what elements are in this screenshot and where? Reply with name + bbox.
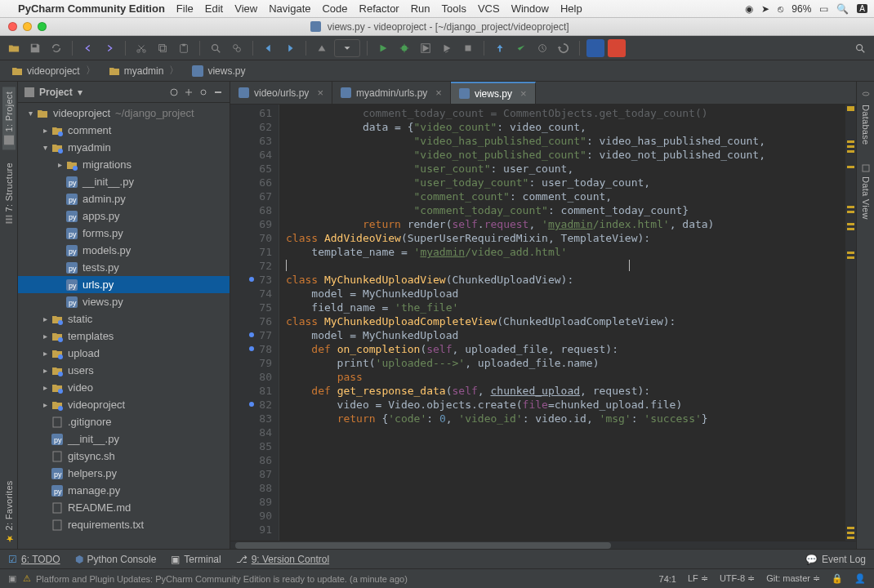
github-icon[interactable]: [586, 39, 604, 57]
debug-icon[interactable]: [395, 39, 413, 57]
menu-run[interactable]: Run: [411, 2, 430, 15]
wifi-icon[interactable]: ⎋: [778, 3, 783, 15]
project-tree[interactable]: ▾videoproject~/django_project▸comment▾my…: [18, 103, 230, 549]
tree-node[interactable]: requirements.txt: [18, 516, 230, 533]
find-icon[interactable]: [207, 39, 225, 57]
tree-node[interactable]: ▸users: [18, 362, 230, 379]
copy-icon[interactable]: [154, 39, 172, 57]
tree-node[interactable]: pyhelpers.py: [18, 465, 230, 482]
compass-icon[interactable]: ◉: [745, 3, 753, 15]
status-message[interactable]: Platform and Plugin Updates: PyCharm Com…: [36, 574, 408, 584]
git-branch[interactable]: Git: master ≑: [766, 573, 820, 584]
vcs-update-icon[interactable]: [491, 39, 509, 57]
tree-node[interactable]: .gitignore: [18, 413, 230, 430]
line-ending[interactable]: LF ≑: [688, 573, 708, 584]
build-icon[interactable]: [313, 39, 331, 57]
menu-help[interactable]: Help: [560, 2, 582, 15]
search-everywhere-icon[interactable]: [851, 39, 869, 57]
cut-icon[interactable]: [132, 39, 150, 57]
tool-version-control[interactable]: ⎇9: Version Control: [236, 554, 329, 565]
redo-icon[interactable]: [100, 39, 118, 57]
tool-python-console[interactable]: ⬢Python Console: [75, 554, 157, 565]
open-icon[interactable]: [5, 39, 23, 57]
close-icon[interactable]: ×: [317, 87, 323, 99]
hide-icon[interactable]: [213, 87, 223, 97]
horizontal-scrollbar[interactable]: [230, 541, 856, 549]
run-anything-icon[interactable]: [417, 39, 435, 57]
tool-structure[interactable]: 7: Structure: [2, 158, 16, 229]
vcs-history-icon[interactable]: [533, 39, 551, 57]
attach-icon[interactable]: [438, 39, 456, 57]
tree-node[interactable]: ▸templates: [18, 327, 230, 345]
close-window-icon[interactable]: [8, 22, 17, 31]
tree-node[interactable]: pyforms.py: [18, 225, 230, 242]
tab-1[interactable]: myadmin/urls.py×: [332, 82, 451, 104]
zoom-window-icon[interactable]: [38, 22, 47, 31]
toolwindows-icon[interactable]: ▣: [8, 573, 16, 584]
run-icon[interactable]: [374, 39, 392, 57]
tree-node[interactable]: ▸videoproject: [18, 396, 230, 413]
save-icon[interactable]: [26, 39, 44, 57]
tool-terminal[interactable]: ▣Terminal: [171, 554, 221, 565]
crumb-1[interactable]: myadmin〉: [104, 64, 185, 78]
code-editor[interactable]: comment_today_count = CommentObjects.get…: [279, 105, 845, 541]
menu-vcs[interactable]: VCS: [478, 2, 500, 15]
tree-node[interactable]: ▸upload: [18, 345, 230, 362]
tree-node[interactable]: ▸static: [18, 310, 230, 327]
tree-node[interactable]: pymodels.py: [18, 242, 230, 259]
error-stripe[interactable]: [845, 105, 856, 541]
close-icon[interactable]: ×: [520, 87, 527, 100]
menu-code[interactable]: Code: [322, 2, 347, 15]
menu-view[interactable]: View: [234, 2, 257, 15]
minimize-window-icon[interactable]: [23, 22, 32, 31]
vcs-revert-icon[interactable]: [555, 39, 573, 57]
crumb-2[interactable]: views.py: [187, 65, 250, 77]
encoding[interactable]: UTF-8 ≑: [720, 573, 755, 584]
undo-icon[interactable]: [79, 39, 97, 57]
tree-node[interactable]: ▾myadmin: [18, 139, 230, 156]
tree-node[interactable]: pymanage.py: [18, 482, 230, 499]
collapse-icon[interactable]: [169, 87, 179, 97]
menu-refactor[interactable]: Refactor: [359, 2, 399, 15]
tree-node[interactable]: README.md: [18, 499, 230, 516]
stop-icon[interactable]: [459, 39, 477, 57]
menu-navigate[interactable]: Navigate: [269, 2, 310, 15]
gear-icon[interactable]: [198, 87, 208, 97]
menu-edit[interactable]: Edit: [205, 2, 223, 15]
tool-database[interactable]: Database: [859, 87, 872, 150]
tree-node[interactable]: pytests.py: [18, 259, 230, 276]
close-icon[interactable]: ×: [435, 87, 442, 99]
tab-0[interactable]: video/urls.py×: [230, 82, 332, 104]
tree-node[interactable]: ▸video: [18, 379, 230, 396]
tree-node[interactable]: ▸comment: [18, 122, 230, 139]
menu-window[interactable]: Window: [511, 2, 549, 15]
tree-node[interactable]: pyurls.py: [18, 276, 230, 293]
tool-favorites[interactable]: ★ 2: Favorites: [2, 475, 16, 549]
tree-node[interactable]: pyapps.py: [18, 207, 230, 225]
forward-icon[interactable]: [281, 39, 299, 57]
tree-node[interactable]: ▾videoproject~/django_project: [18, 105, 230, 122]
scroll-source-icon[interactable]: [184, 87, 194, 97]
sync-icon[interactable]: [47, 39, 65, 57]
replace-icon[interactable]: [228, 39, 246, 57]
chevron-down-icon[interactable]: ▾: [78, 87, 82, 98]
crumb-0[interactable]: videoproject〉: [7, 64, 100, 78]
google-icon[interactable]: [608, 39, 626, 57]
menu-file[interactable]: File: [176, 2, 194, 15]
tool-dataview[interactable]: Data View: [859, 158, 872, 225]
back-icon[interactable]: [260, 39, 278, 57]
tree-node[interactable]: pyviews.py: [18, 293, 230, 310]
build-menu-icon[interactable]: [334, 39, 360, 57]
spotlight-icon[interactable]: 🔍: [836, 3, 849, 15]
lock-icon[interactable]: 🔒: [832, 573, 843, 584]
menu-tools[interactable]: Tools: [442, 2, 466, 15]
tab-2[interactable]: views.py×: [451, 82, 536, 104]
tree-node[interactable]: pyadmin.py: [18, 190, 230, 207]
tree-node[interactable]: gitsync.sh: [18, 448, 230, 465]
tree-node[interactable]: ▸migrations: [18, 156, 230, 173]
cursor-position[interactable]: 74:1: [659, 574, 676, 584]
input-source-icon[interactable]: A: [857, 4, 867, 13]
hector-icon[interactable]: 👤: [854, 573, 866, 584]
tool-event-log[interactable]: 💬Event Log: [805, 554, 866, 565]
tool-todo[interactable]: ☑6: TODO: [8, 554, 60, 565]
